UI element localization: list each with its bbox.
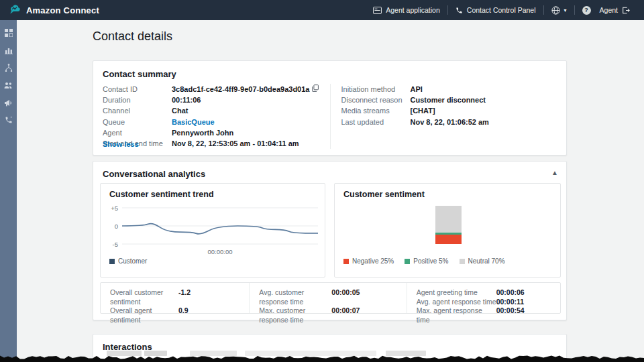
field-label: Media streams [341,105,411,116]
metric-label: Overall agent sentiment [110,306,178,324]
app-window-icon [373,7,382,14]
metric-row: Avg. agent response time00:00:11 [417,298,551,307]
field-value: Pennyworth John [172,127,233,138]
agent-label: Agent [600,6,618,14]
sentiment-panel-title: Customer sentiment [343,190,425,199]
field-value: [CHAT] [411,105,435,116]
copy-icon[interactable] [312,84,319,95]
field-label: Last updated [341,117,411,127]
sidebar-item-users[interactable] [3,80,14,91]
field-label: Agent [103,127,172,138]
metric-value-link[interactable]: 00:00:07 [331,306,360,324]
trend-line [122,224,318,234]
y-axis-tick: +5 [103,204,118,212]
metric-row: Avg. customer response time00:00:05 [259,288,396,306]
trend-legend: Customer [109,257,147,265]
legend-swatch [405,259,410,264]
legend-item-neutral: Neutral 70% [460,257,505,265]
show-less-link[interactable]: Show less [103,140,139,148]
sidebar-item-routing[interactable] [3,63,14,74]
bar-segment-negative [435,235,462,244]
app-header: Amazon Connect Agent application Contact… [0,0,644,20]
summary-row-right-3: Last updatedNov 8, 22, 01:06:52 am [341,117,557,127]
contact-summary-fields: Contact ID3c8adc1f-ce42-4ff9-9e07-b0dea9… [103,84,557,149]
left-nav [0,20,17,362]
sidebar-item-metrics[interactable] [3,46,14,56]
contact-search-icon [5,115,13,127]
field-label: Initiation method [341,84,411,95]
metric-value: 00:00:11 [496,298,524,307]
language-selector[interactable]: ▾ [544,0,574,20]
globe-icon [551,6,560,15]
metric-label: Max. agent response time [417,306,496,324]
summary-row-right-1: Disconnect reasonCustomer disconnect [341,95,557,105]
metric-label: Agent greeting time [417,288,496,298]
metric-value: -1.2 [178,288,191,306]
legend-swatch [343,259,349,264]
agent-menu[interactable]: Agent [598,0,637,20]
noise-strip [0,355,644,362]
metric-value: 00:00:05 [331,288,360,306]
users-icon [4,80,13,92]
metrics-column-3: Agent greeting time00:00:06Avg. agent re… [407,283,560,313]
field-value: Chat [172,105,188,116]
metric-row: Max. agent response time00:00:54 [417,306,551,324]
routing-icon [5,62,13,74]
legend-item-negative: Negative 25% [343,257,394,265]
sidebar-item-dashboard[interactable] [3,28,14,39]
metric-value: 0.9 [178,306,189,324]
queue-link[interactable]: BasicQueue [172,117,215,127]
sentiment-trend-panel: Customer sentiment trend +50-5 00:00:00 … [100,183,325,278]
agent-application-button[interactable]: Agent application [366,0,447,20]
brand: Amazon Connect [8,3,99,17]
channels-icon [4,97,13,109]
contact-control-panel-button[interactable]: Contact Control Panel [448,0,543,20]
legend-item-customer: Customer [109,257,147,265]
summary-row-right-0: Initiation methodAPI [341,84,557,95]
metric-label: Overall customer sentiment [110,288,178,306]
metrics-icon [5,45,13,57]
metric-row: Overall customer sentiment-1.2 [110,288,239,306]
field-label: Disconnect reason [341,95,411,105]
phone-icon [455,7,463,14]
summary-row-left-2: ChannelChat [103,105,330,116]
y-axis-tick: -5 [103,241,118,248]
metric-value: 00:00:06 [496,288,525,298]
app-window: Amazon Connect Agent application Contact… [0,0,644,362]
trend-chart [122,206,318,246]
help-icon: ? [582,6,591,15]
ccp-label: Contact Control Panel [467,6,536,14]
sentiment-stacked-bar [435,206,462,244]
sentiment-legend: Negative 25%Positive 5%Neutral 70% [343,257,505,265]
sidebar-item-channels[interactable] [3,98,14,109]
bar-segment-neutral [435,206,462,233]
connect-logo-icon [8,3,21,17]
field-value: 3c8adc1f-ce42-4ff9-9e07-b0dea9a3d01a [172,84,319,95]
collapse-chevron-icon[interactable]: ▲ [551,170,558,176]
metric-label: Max. customer response time [259,306,331,324]
field-value: Nov 8, 22, 12:53:05 am - 01:04:11 am [172,138,299,149]
help-button[interactable]: ? [575,0,598,20]
brand-title: Amazon Connect [26,5,99,15]
legend-swatch [460,259,465,264]
metric-value-link[interactable]: 00:00:54 [496,306,525,324]
legend-label: Neutral 70% [468,257,505,265]
metric-row: Overall agent sentiment0.9 [110,306,239,324]
field-label: Duration [103,95,172,105]
contact-summary-card: Contact summary Contact ID3c8adc1f-ce42-… [93,60,567,156]
field-value: 00:11:06 [172,95,201,105]
agent-application-label: Agent application [386,6,440,14]
metrics-column-2: Avg. customer response time00:00:05Max. … [249,283,406,313]
summary-row-right-2: Media streams[CHAT] [341,105,557,116]
summary-row-left-3: QueueBasicQueue [103,117,330,127]
y-axis-tick: 0 [103,223,118,230]
sidebar-item-contact-search[interactable] [3,115,14,126]
trend-panel-title: Customer sentiment trend [109,190,214,199]
sign-out-icon [622,7,630,14]
conversational-analytics-card: Conversational analytics ▲ Customer sent… [93,161,567,320]
topbar-actions: Agent application Contact Control Panel … [366,0,637,20]
customer-sentiment-panel: Customer sentiment Negative 25%Positive … [334,183,561,278]
legend-label: Positive 5% [413,257,448,265]
metric-row: Max. customer response time00:00:07 [259,306,396,324]
field-value: Customer disconnect [411,95,486,105]
